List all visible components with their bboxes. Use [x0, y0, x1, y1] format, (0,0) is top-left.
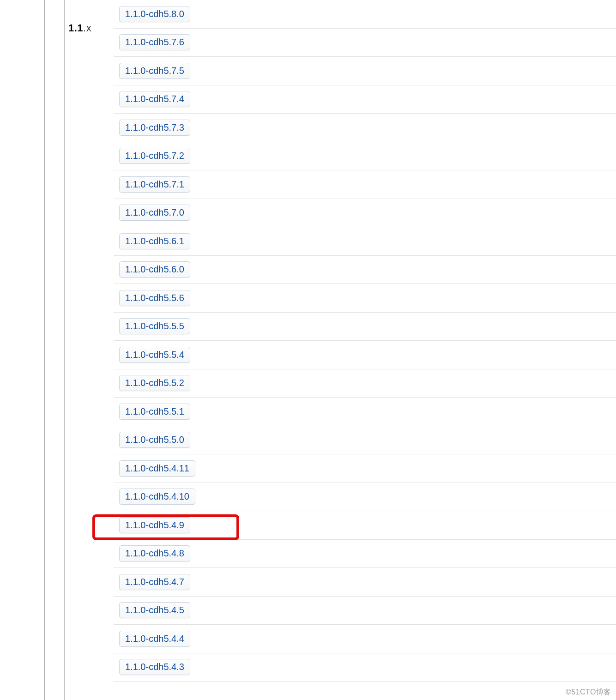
version-row: 1.1.0-cdh5.4.3: [114, 653, 616, 682]
version-tag[interactable]: 1.1.0-cdh5.5.2: [119, 375, 190, 391]
version-tag[interactable]: 1.1.0-cdh5.8.0: [119, 6, 190, 22]
version-tag[interactable]: 1.1.0-cdh5.7.0: [119, 205, 190, 221]
version-tag[interactable]: 1.1.0-cdh5.6.0: [119, 261, 190, 278]
version-row: 1.1.0-cdh5.4.7: [114, 568, 616, 597]
version-row: 1.1.0-cdh5.7.5: [114, 57, 616, 85]
version-tag[interactable]: 1.1.0-cdh5.4.9: [119, 517, 190, 533]
version-row: 1.1.0-cdh5.4.4: [114, 625, 616, 653]
version-group-suffix: .x: [83, 22, 91, 34]
watermark: ©51CTO博客: [566, 688, 611, 697]
version-tag[interactable]: 1.1.0-cdh5.7.2: [119, 148, 190, 164]
version-row: 1.1.0-cdh5.7.2: [114, 142, 616, 171]
version-tag[interactable]: 1.1.0-cdh5.5.5: [119, 318, 190, 334]
version-tag[interactable]: 1.1.0-cdh5.5.0: [119, 432, 190, 448]
version-row: 1.1.0-cdh5.6.1: [114, 227, 616, 256]
version-tag[interactable]: 1.1.0-cdh5.5.4: [119, 347, 190, 363]
version-row: 1.1.0-cdh5.5.2: [114, 369, 616, 398]
version-row: 1.1.0-cdh5.4.5: [114, 597, 616, 625]
version-rows: 1.1.0-cdh5.8.01.1.0-cdh5.7.61.1.0-cdh5.7…: [114, 0, 616, 682]
version-tag[interactable]: 1.1.0-cdh5.6.1: [119, 233, 190, 249]
version-tag[interactable]: 1.1.0-cdh5.4.3: [119, 659, 190, 675]
version-row: 1.1.0-cdh5.4.8: [114, 540, 616, 568]
version-row: 1.1.0-cdh5.6.0: [114, 256, 616, 284]
version-tag[interactable]: 1.1.0-cdh5.4.5: [119, 602, 190, 618]
version-tag[interactable]: 1.1.0-cdh5.7.1: [119, 176, 190, 193]
version-tag[interactable]: 1.1.0-cdh5.4.10: [119, 489, 195, 505]
version-row: 1.1.0-cdh5.5.0: [114, 426, 616, 455]
version-tag[interactable]: 1.1.0-cdh5.4.11: [119, 460, 195, 477]
version-group-label: 1.1.x: [68, 22, 91, 34]
version-row: 1.1.0-cdh5.5.5: [114, 313, 616, 341]
version-row: 1.1.0-cdh5.7.3: [114, 114, 616, 142]
version-tag[interactable]: 1.1.0-cdh5.4.4: [119, 631, 190, 647]
version-row: 1.1.0-cdh5.7.4: [114, 85, 616, 114]
version-tag[interactable]: 1.1.0-cdh5.7.6: [119, 34, 190, 50]
version-row: 1.1.0-cdh5.7.1: [114, 170, 616, 199]
version-tag[interactable]: 1.1.0-cdh5.7.3: [119, 120, 190, 136]
version-tag[interactable]: 1.1.0-cdh5.4.7: [119, 574, 190, 590]
version-tag[interactable]: 1.1.0-cdh5.7.4: [119, 91, 190, 107]
version-row: 1.1.0-cdh5.7.0: [114, 199, 616, 228]
version-row: 1.1.0-cdh5.5.6: [114, 284, 616, 313]
version-group-major: 1.1: [68, 22, 83, 34]
version-tag[interactable]: 1.1.0-cdh5.5.6: [119, 290, 190, 306]
version-row: 1.1.0-cdh5.4.10: [114, 483, 616, 512]
version-row: 1.1.0-cdh5.7.6: [114, 29, 616, 57]
version-tag[interactable]: 1.1.0-cdh5.7.5: [119, 63, 190, 79]
vertical-guide-b: [64, 0, 65, 700]
vertical-guide-a: [44, 0, 45, 700]
version-row: 1.1.0-cdh5.8.0: [114, 0, 616, 29]
version-row: 1.1.0-cdh5.5.1: [114, 398, 616, 426]
version-row: 1.1.0-cdh5.5.4: [114, 341, 616, 369]
version-row: 1.1.0-cdh5.4.9: [114, 511, 616, 540]
version-tag[interactable]: 1.1.0-cdh5.5.1: [119, 404, 190, 420]
version-tag[interactable]: 1.1.0-cdh5.4.8: [119, 545, 190, 561]
version-row: 1.1.0-cdh5.4.11: [114, 454, 616, 483]
